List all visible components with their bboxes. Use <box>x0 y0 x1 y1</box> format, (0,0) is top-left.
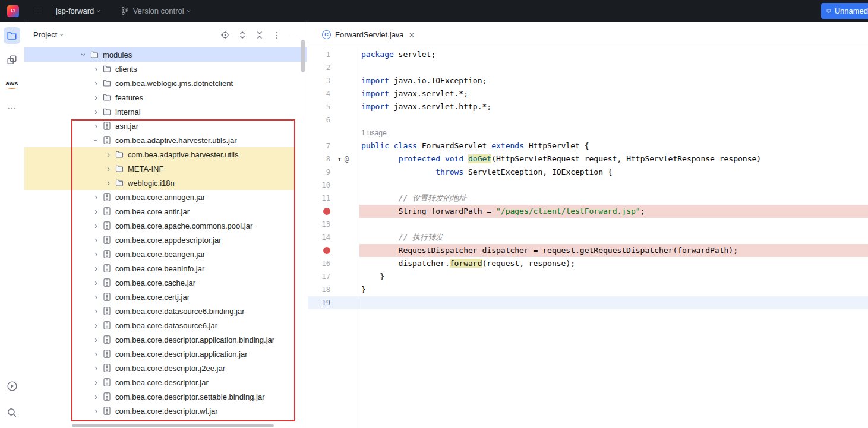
chevron-down-icon[interactable]: › <box>92 136 100 145</box>
code-line[interactable]: 9 throws ServletException, IOException { <box>308 166 868 179</box>
tree-row[interactable]: ›com.bea.core.beangen.jar <box>24 247 307 261</box>
chevron-right-icon[interactable]: › <box>91 392 100 401</box>
tree-row[interactable]: ›com.bea.core.datasource6.binding.jar <box>24 304 307 318</box>
chevron-down-icon: › <box>185 9 192 12</box>
tab-forwardservlet[interactable]: C ForwardServlet.java × <box>315 22 421 47</box>
chevron-right-icon[interactable]: › <box>91 236 100 244</box>
chevron-right-icon[interactable]: › <box>91 335 100 344</box>
vertical-scrollbar[interactable] <box>301 40 305 72</box>
code-line[interactable]: 1package servlet; <box>308 48 868 61</box>
code-line[interactable]: 10 <box>308 179 868 192</box>
tree-row[interactable]: ›com.bea.adaptive.harvester.utils <box>24 147 307 161</box>
tree-row[interactable]: ›com.bea.core.descriptor.settable.bindin… <box>24 389 307 404</box>
more-toolwindows-button[interactable]: ⋯ <box>4 100 20 117</box>
close-tab-icon[interactable]: × <box>409 30 415 40</box>
services-toolwindow-button[interactable] <box>4 378 20 394</box>
tree-row[interactable]: ›com.bea.core.appdescriptor.jar <box>24 233 307 247</box>
overrides-method-icon[interactable]: ↑ <box>337 156 342 163</box>
aws-toolkit-button[interactable]: aws <box>4 76 20 93</box>
chevron-right-icon[interactable]: › <box>91 65 100 73</box>
tree-row[interactable]: ›asn.jar <box>24 119 307 133</box>
chevron-right-icon[interactable]: › <box>91 293 100 301</box>
usage-inlay-hint[interactable]: 1 usage <box>361 129 387 137</box>
code-line[interactable]: 2 <box>308 61 868 74</box>
collapse-all-button[interactable] <box>254 30 265 40</box>
tree-row[interactable]: ›com.bea.weblogic.jms.dotnetclient <box>24 76 307 90</box>
chevron-right-icon[interactable]: › <box>91 378 100 386</box>
chevron-right-icon[interactable]: › <box>91 122 100 130</box>
chevron-right-icon[interactable]: › <box>104 179 113 187</box>
code-line[interactable]: 4import javax.servlet.*; <box>308 87 868 100</box>
tree-row[interactable]: ›modules <box>24 47 307 62</box>
more-options-button[interactable]: ⋮ <box>272 30 282 40</box>
code-line[interactable]: 6 <box>308 113 868 126</box>
code-line[interactable]: 7public class ForwardServlet extends Htt… <box>308 140 868 153</box>
expand-all-button[interactable] <box>237 30 248 40</box>
code-line[interactable]: 19 <box>308 296 868 309</box>
tree-row[interactable]: ›com.bea.core.certj.jar <box>24 290 307 304</box>
code-line[interactable]: 14 // 执行转发 <box>308 231 868 244</box>
chevron-right-icon[interactable]: › <box>91 221 100 230</box>
hide-panel-button[interactable]: — <box>289 30 299 40</box>
tree-row[interactable]: ›com.bea.core.descriptor.j2ee.jar <box>24 361 307 375</box>
chevron-right-icon[interactable]: › <box>91 364 100 372</box>
chevron-right-icon[interactable]: › <box>91 350 100 358</box>
chevron-right-icon[interactable]: › <box>91 264 100 272</box>
project-toolwindow-button[interactable] <box>4 27 20 44</box>
tree-row[interactable]: ›com.bea.core.beaninfo.jar <box>24 261 307 275</box>
tree-row[interactable]: ›features <box>24 90 307 104</box>
project-panel-title-dropdown[interactable]: Project › <box>33 30 64 39</box>
search-everywhere-button[interactable] <box>4 404 20 421</box>
tree-row[interactable]: ›weblogic.i18n <box>24 176 307 190</box>
version-control-widget[interactable]: Version control › <box>121 7 190 15</box>
tree-row[interactable]: ›com.bea.core.antlr.jar <box>24 204 307 218</box>
select-opened-file-button[interactable] <box>220 30 231 40</box>
folder-icon <box>102 93 112 102</box>
tree-row[interactable]: ›com.bea.core.descriptor.application.bin… <box>24 332 307 347</box>
code-line[interactable]: 3import java.io.IOException; <box>308 74 868 87</box>
chevron-right-icon[interactable]: › <box>91 79 100 87</box>
structure-toolwindow-button[interactable] <box>4 52 20 68</box>
tree-row[interactable]: ›com.bea.core.cache.jar <box>24 275 307 290</box>
tree-row[interactable]: ›META-INF <box>24 161 307 176</box>
code-line[interactable]: 1 usage <box>308 126 868 140</box>
tree-row[interactable]: ›com.bea.core.datasource6.jar <box>24 318 307 332</box>
code-editor[interactable]: 1package servlet;23import java.io.IOExce… <box>308 48 868 428</box>
tree-row[interactable]: ›com.bea.core.apache.commons.pool.jar <box>24 218 307 233</box>
chevron-right-icon[interactable]: › <box>91 278 100 287</box>
tree-row[interactable]: ›internal <box>24 104 307 119</box>
chevron-right-icon[interactable]: › <box>104 164 113 173</box>
tree-row[interactable]: ›com.bea.core.descriptor.application.jar <box>24 347 307 361</box>
breakpoint-icon[interactable] <box>323 247 330 254</box>
chevron-right-icon[interactable]: › <box>91 250 100 258</box>
code-line[interactable]: String forwardPath = "/pages/client/test… <box>308 205 868 218</box>
code-line[interactable]: 8↑@ protected void doGet(HttpServletRequ… <box>308 153 868 166</box>
tree-row[interactable]: ›com.bea.core.annogen.jar <box>24 190 307 204</box>
tree-row[interactable]: ›clients <box>24 62 307 76</box>
chevron-right-icon[interactable]: › <box>91 193 100 201</box>
code-line[interactable]: 13 <box>308 218 868 231</box>
main-menu-icon[interactable] <box>33 8 43 15</box>
code-line[interactable]: 16 dispatcher.forward(request, response)… <box>308 257 868 270</box>
chevron-down-icon[interactable]: › <box>80 50 88 59</box>
horizontal-scrollbar[interactable] <box>72 424 274 427</box>
breakpoint-icon[interactable] <box>323 208 330 215</box>
code-line[interactable]: 5import javax.servlet.http.*; <box>308 100 868 113</box>
chevron-right-icon[interactable]: › <box>91 107 100 116</box>
chevron-right-icon[interactable]: › <box>104 150 113 158</box>
code-line[interactable]: 11 // 设置转发的地址 <box>308 192 868 205</box>
run-configuration-button[interactable]: Unnamed <box>821 3 868 19</box>
tree-row[interactable]: ›com.bea.core.descriptor.wl.jar <box>24 404 307 418</box>
tree-row[interactable]: ›com.bea.adaptive.harvester.utils.jar <box>24 133 307 147</box>
project-selector[interactable]: jsp-forward › <box>56 7 100 15</box>
chevron-right-icon[interactable]: › <box>91 321 100 329</box>
chevron-right-icon[interactable]: › <box>91 93 100 102</box>
code-line[interactable]: 18} <box>308 283 868 296</box>
tree-row[interactable]: ›com.bea.core.descriptor.jar <box>24 375 307 389</box>
chevron-right-icon[interactable]: › <box>91 407 100 415</box>
code-text: public class ForwardServlet extends Http… <box>359 140 868 153</box>
code-line[interactable]: 17 } <box>308 270 868 283</box>
code-line[interactable]: RequestDispatcher dispatcher = request.g… <box>308 244 868 257</box>
chevron-right-icon[interactable]: › <box>91 307 100 315</box>
chevron-right-icon[interactable]: › <box>91 207 100 215</box>
